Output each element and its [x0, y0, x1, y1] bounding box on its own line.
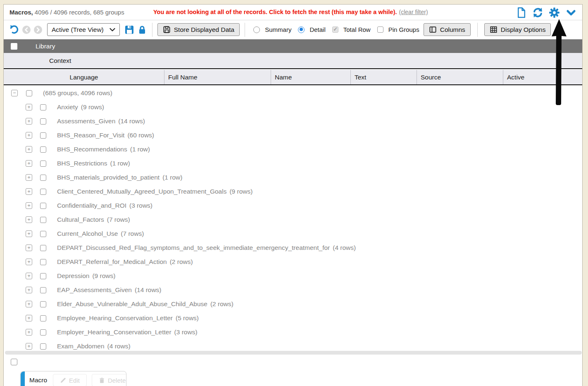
expand-icon[interactable]: + — [26, 118, 32, 125]
expand-icon[interactable]: + — [26, 160, 32, 167]
group-row-count: (1 row) — [110, 160, 130, 167]
group-row-label[interactable]: Assessments_Given — [57, 117, 115, 125]
group-row-label[interactable]: Elder_Abuse_Vulnerable_Adult_Abuse_Child… — [57, 300, 207, 308]
gear-icon[interactable] — [549, 7, 560, 18]
row-checkbox[interactable] — [40, 146, 46, 153]
group-row-label[interactable]: Depression — [57, 272, 89, 280]
save-view-icon[interactable] — [124, 25, 134, 35]
expand-icon[interactable]: + — [26, 259, 32, 265]
expand-icon[interactable]: + — [26, 287, 32, 293]
toolbar-divider — [152, 23, 152, 37]
row-checkbox[interactable] — [40, 329, 46, 336]
column-header-full-name[interactable]: Full Name — [164, 70, 271, 84]
group-row-label[interactable]: Confidentiality_and_ROI — [57, 202, 126, 209]
expand-icon[interactable]: + — [26, 301, 32, 307]
column-header-active[interactable]: Active — [503, 70, 582, 84]
row-checkbox[interactable] — [40, 132, 46, 139]
chevron-down-icon[interactable] — [565, 7, 576, 18]
row-checkbox[interactable] — [26, 90, 32, 96]
page-title: Macros, 4096 / 4096 records, 685 groups — [10, 9, 124, 16]
expand-icon[interactable]: + — [26, 132, 32, 139]
group-row-label[interactable]: DEPART_Discussed_Red_Flag_symptoms_and_t… — [57, 244, 330, 252]
group-row-label[interactable]: Exam_Abdomen — [57, 343, 105, 350]
row-checkbox[interactable] — [40, 245, 46, 251]
row-checkbox[interactable] — [40, 315, 46, 321]
edit-button[interactable]: Edit — [53, 374, 87, 386]
grid-end-strip — [5, 351, 582, 355]
floppy-icon — [163, 26, 171, 34]
group-row-count: (9 rows) — [81, 103, 104, 111]
new-document-icon[interactable] — [516, 7, 527, 18]
footer-checkbox[interactable] — [11, 359, 17, 365]
group-row-label[interactable]: BHS_materials_provided_to_patient — [57, 174, 159, 181]
expand-icon[interactable]: + — [26, 315, 32, 321]
detail-radio[interactable] — [298, 26, 305, 33]
page-title-counts: 4096 / 4096 records, 685 groups — [33, 9, 124, 16]
group-row-label[interactable]: Cultural_Factors — [57, 216, 104, 223]
group-row-label[interactable]: DEPART_Referral_for_Medical_Action — [57, 258, 167, 266]
footer-area: Macro Edit Delete — [4, 355, 582, 386]
expand-icon[interactable]: + — [26, 202, 32, 209]
row-checkbox[interactable] — [40, 287, 46, 293]
expand-icon[interactable]: + — [26, 343, 32, 350]
row-checkbox[interactable] — [40, 104, 46, 110]
delete-button[interactable]: Delete — [92, 374, 126, 386]
row-checkbox[interactable] — [40, 259, 46, 265]
expand-icon[interactable]: + — [26, 245, 32, 251]
collapse-icon[interactable]: − — [11, 90, 18, 96]
group-row-label[interactable]: Client_Centered_Mutually_Agreed_Upon_Tre… — [57, 188, 226, 195]
group-row-label[interactable]: Current_Alcohol_Use — [57, 230, 118, 237]
view-select[interactable]: Active (Tree View) — [47, 23, 120, 36]
group-row-label[interactable]: EAP_Assessments_Given — [57, 286, 132, 294]
expand-icon[interactable]: + — [26, 329, 32, 336]
row-checkbox[interactable] — [40, 217, 46, 223]
group-row-label[interactable]: Employee_Hearing_Conservation_Letter — [57, 314, 173, 322]
group-row-label[interactable]: BHS_Recommendations — [57, 146, 127, 153]
clear-filter-link[interactable]: (clear filter) — [399, 9, 428, 15]
expand-icon[interactable]: + — [26, 146, 32, 153]
group-row-label[interactable]: Anxiety — [57, 103, 78, 111]
prev-button[interactable] — [22, 26, 31, 34]
column-header-text[interactable]: Text — [351, 70, 417, 84]
expand-icon[interactable]: + — [26, 273, 32, 279]
refresh-icon[interactable] — [532, 7, 543, 18]
tree-group-row: + BHS_Recommendations (1 row) — [4, 142, 582, 156]
row-checkbox[interactable] — [40, 118, 46, 125]
expand-icon[interactable]: + — [26, 188, 32, 195]
expand-icon[interactable]: + — [26, 216, 32, 223]
next-button[interactable] — [34, 26, 42, 34]
row-checkbox[interactable] — [40, 231, 46, 237]
group-row-label[interactable]: BHS_Reason_For_Visit — [57, 132, 124, 139]
columns-button[interactable]: Columns — [424, 23, 471, 36]
tree-group-row: + BHS_Restrictions (1 row) — [4, 156, 582, 170]
expand-icon[interactable]: + — [26, 174, 32, 181]
select-all-checkbox[interactable] — [11, 43, 17, 50]
fetch-warning-text[interactable]: You are not looking at all of the record… — [153, 9, 397, 15]
expand-icon[interactable]: + — [26, 104, 32, 110]
total-row-checkbox[interactable] — [332, 26, 338, 33]
summary-radio[interactable] — [253, 26, 260, 33]
title-bar: Macros, 4096 / 4096 records, 685 groups … — [4, 5, 582, 20]
tree-group-row: + DEPART_Referral_for_Medical_Action (2 … — [4, 255, 582, 269]
fetch-warning[interactable]: You are not looking at all of the record… — [153, 9, 428, 15]
record-action-card: Macro Edit Delete — [20, 371, 126, 386]
pin-groups-checkbox[interactable] — [377, 26, 383, 33]
row-checkbox[interactable] — [40, 189, 46, 195]
row-checkbox[interactable] — [40, 175, 46, 181]
expand-icon[interactable]: + — [26, 230, 32, 237]
display-options-button[interactable]: Display Options — [484, 23, 551, 36]
row-checkbox[interactable] — [40, 343, 46, 350]
row-checkbox[interactable] — [40, 161, 46, 167]
column-header-language[interactable]: Language — [4, 70, 164, 84]
row-checkbox[interactable] — [40, 203, 46, 209]
column-header-source[interactable]: Source — [417, 70, 503, 84]
undo-icon[interactable] — [9, 24, 19, 35]
group-row-label[interactable]: Employer_Hearing_Conservation_Letter — [57, 328, 171, 336]
row-checkbox[interactable] — [40, 301, 46, 307]
group-row-label[interactable]: BHS_Restrictions — [57, 160, 107, 167]
store-displayed-data-button[interactable]: Store Displayed Data — [157, 23, 240, 36]
column-header-name[interactable]: Name — [271, 70, 351, 84]
page-title-name: Macros, — [10, 9, 33, 16]
row-checkbox[interactable] — [40, 273, 46, 279]
lock-icon[interactable] — [137, 25, 147, 35]
